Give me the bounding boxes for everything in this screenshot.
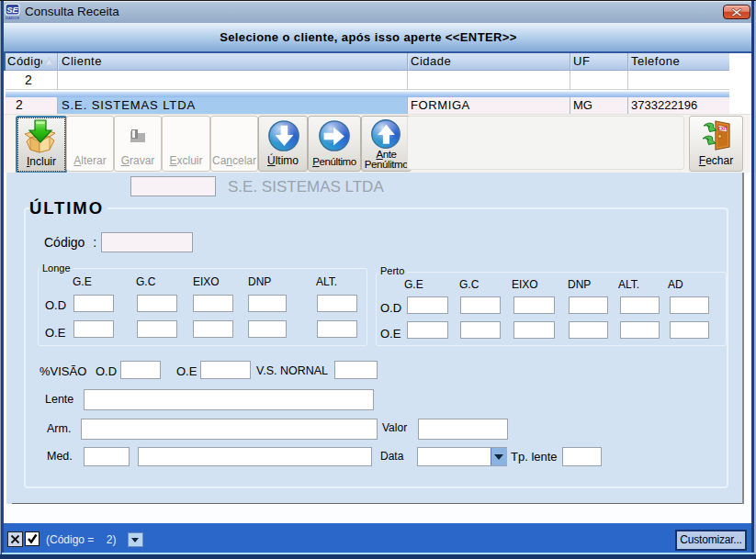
svg-text:EXIT: EXIT	[718, 127, 728, 131]
svg-text:SE: SE	[6, 5, 18, 15]
svg-text:DADOS: DADOS	[6, 16, 19, 20]
